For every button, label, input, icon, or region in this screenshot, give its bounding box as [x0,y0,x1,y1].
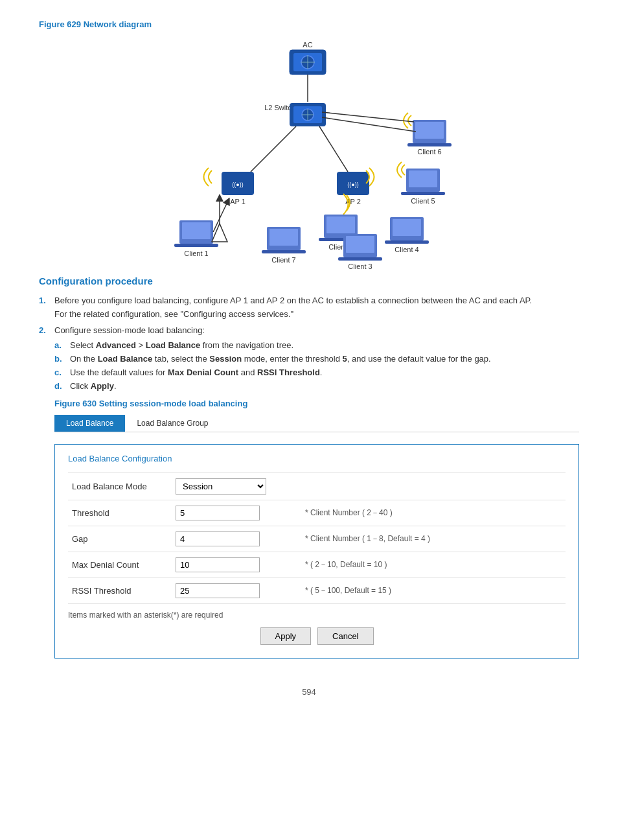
cancel-button[interactable]: Cancel [317,627,373,645]
tab-load-balance[interactable]: Load Balance [54,415,125,432]
field-label-mode: Load Balance Mode [68,473,172,500]
svg-text:Client 5: Client 5 [411,197,435,205]
step-1: Before you configure load balancing, con… [39,296,579,319]
svg-rect-37 [346,236,374,253]
field-hint-gap: * Client Number ( 1－8, Default = 4 ) [301,526,566,552]
svg-text:((●)): ((●)) [347,181,358,188]
field-hint-threshold: * Client Number ( 2－40 ) [301,500,566,526]
svg-text:Client 7: Client 7 [271,256,295,264]
field-rssi: RSSI Threshold * ( 5－100, Default = 15 ) [68,578,566,604]
svg-rect-33 [326,216,355,233]
svg-rect-49 [415,122,444,139]
svg-text:Client 1: Client 1 [184,250,208,257]
max-denial-input[interactable] [176,557,260,572]
svg-text:AC: AC [303,41,312,49]
substep-a: Select Advanced > Load Balance from the … [54,340,579,350]
svg-text:AP 1: AP 1 [230,198,246,205]
step-2: Configure session-mode load balancing: S… [39,325,579,668]
field-input-rssi[interactable] [172,578,301,604]
svg-rect-23 [174,244,218,247]
svg-rect-29 [269,229,298,246]
step-2-text: Configure session-mode load balancing: [54,325,205,335]
rssi-input[interactable] [176,583,260,598]
step-1-text: Before you configure load balancing, con… [54,296,532,305]
field-hint-max-denial: * ( 2－10, Default = 10 ) [301,552,566,578]
tab-load-balance-group[interactable]: Load Balance Group [125,415,220,432]
config-procedure-title: Configuration procedure [39,275,579,286]
svg-line-53 [322,112,414,122]
field-threshold: Threshold * Client Number ( 2－40 ) [68,500,566,526]
procedure-list: Before you configure load balancing, con… [39,296,579,668]
step-1-note: For the related configuration, see "Conf… [54,309,579,319]
svg-marker-26 [212,224,227,242]
field-load-balance-mode: Load Balance Mode Session Traffic User [68,473,566,500]
apply-button[interactable]: Apply [260,627,312,645]
svg-rect-38 [338,257,382,261]
field-label-rssi: RSSI Threshold [68,578,172,604]
network-diagram: AC L2 Switch AP 1 ((●)) AP 2 ((●)) [39,36,579,269]
field-input-gap[interactable] [172,526,301,552]
tabs-bar[interactable]: Load Balance Load Balance Group [54,415,579,432]
field-label-gap: Gap [68,526,172,552]
svg-rect-30 [262,250,306,253]
field-input-mode[interactable]: Session Traffic User [172,473,301,500]
field-hint-rssi: * ( 5－100, Default = 15 ) [301,578,566,604]
page-number: 594 [39,687,579,697]
svg-line-14 [319,126,348,172]
config-procedure-section: Configuration procedure Before you confi… [39,275,579,668]
svg-rect-22 [182,222,211,239]
svg-text:Client 6: Client 6 [417,148,441,156]
svg-rect-41 [393,219,421,236]
field-gap: Gap * Client Number ( 1－8, Default = 4 ) [68,526,566,552]
field-label-threshold: Threshold [68,500,172,526]
gap-input[interactable] [176,531,260,546]
field-max-denial: Max Denial Count * ( 2－10, Default = 10 … [68,552,566,578]
svg-rect-50 [407,143,452,146]
svg-line-52 [322,117,416,132]
mode-select[interactable]: Session Traffic User [176,478,266,495]
svg-text:((●)): ((●)) [232,181,243,188]
svg-text:Client 3: Client 3 [348,262,372,269]
load-balance-config-section: Load Balance Configuration Load Balance … [54,444,579,659]
field-hint-mode [301,473,566,500]
svg-rect-42 [385,240,429,244]
threshold-input[interactable] [176,506,260,520]
svg-line-13 [251,126,296,172]
buttons-row: Apply Cancel [68,627,566,645]
config-form-table: Load Balance Mode Session Traffic User [68,472,566,604]
figure-629-title: Figure 629 Network diagram [39,19,579,29]
substep-c: Use the default values for Max Denial Co… [54,368,579,377]
sub-steps: Select Advanced > Load Balance from the … [54,340,579,391]
substep-d: Click Apply. [54,381,579,391]
config-section-title: Load Balance Configuration [68,454,566,463]
svg-rect-45 [409,170,437,187]
field-label-max-denial: Max Denial Count [68,552,172,578]
svg-text:Client 4: Client 4 [395,246,418,253]
required-note: Items marked with an asterisk(*) are req… [68,611,566,620]
field-input-threshold[interactable] [172,500,301,526]
svg-rect-46 [401,192,445,195]
field-input-max-denial[interactable] [172,552,301,578]
figure-630-title: Figure 630 Setting session-mode load bal… [54,399,579,408]
substep-b: On the Load Balance tab, select the Sess… [54,354,579,364]
